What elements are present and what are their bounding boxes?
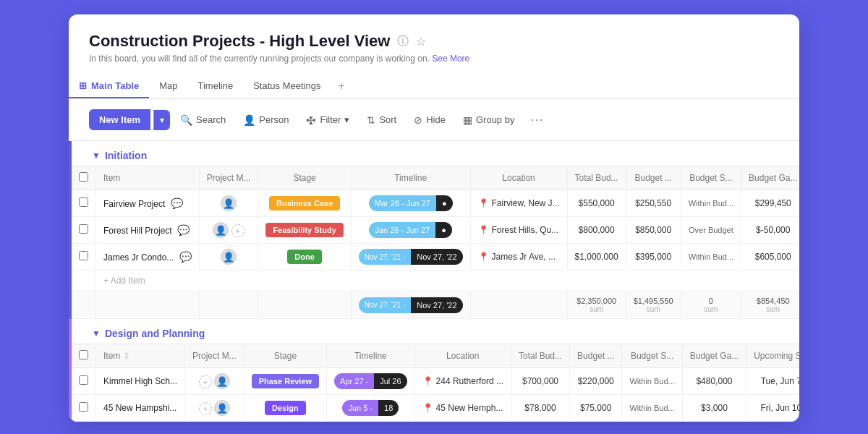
design-table-wrapper: Item ⇕ Project M... Stage Timeline Locat… xyxy=(72,344,799,422)
add-item-cell[interactable]: + Add Item xyxy=(96,271,800,292)
col-timeline: Timeline xyxy=(327,344,415,368)
item-name: Forest Hill Project xyxy=(103,226,172,236)
filter-button[interactable]: ⧾ Filter ▾ xyxy=(299,110,357,130)
col-budget2: Budget ... xyxy=(626,166,681,190)
stage-cell: Done xyxy=(258,244,351,271)
page-title: Construction Projects - High Level View xyxy=(89,32,390,51)
select-all-checkbox[interactable] xyxy=(79,350,88,359)
budget-status-cell: Within Bud... xyxy=(681,244,741,271)
row-checkbox-cell xyxy=(72,190,96,217)
budget2-cell: $850,000 xyxy=(626,217,681,244)
location-cell: 📍 45 New Hemph... xyxy=(414,395,511,422)
timeline-cell: Mar 28 - Jun 27 ● xyxy=(351,190,470,217)
avatar[interactable]: 👤 xyxy=(221,249,237,265)
new-item-button[interactable]: New Item xyxy=(89,109,150,130)
avatar[interactable]: 👤 xyxy=(213,222,229,238)
location-cell: 📍 James Jr Ave, ... xyxy=(470,244,567,271)
location-icon: 📍 xyxy=(422,403,433,413)
stage-cell: Business Case xyxy=(258,190,351,217)
add-person-icon[interactable]: + xyxy=(199,375,212,388)
stage-cell: Feasibility Study xyxy=(258,217,351,244)
table-row: James Jr Condo... 💬 👤 Done Nov 27, '21 - xyxy=(72,244,799,271)
add-person-icon[interactable]: + xyxy=(231,224,244,237)
row-checkbox[interactable] xyxy=(79,375,88,385)
item-cell: Forest Hill Project 💬 xyxy=(96,217,200,244)
chevron-down-icon: ▼ xyxy=(92,328,101,339)
location-icon: 📍 xyxy=(478,225,489,235)
avatar[interactable]: 👤 xyxy=(221,195,237,211)
sum-timeline: Nov 27, '21 - Nov 27, '22 xyxy=(359,297,463,313)
sort-button[interactable]: ⇅ Sort xyxy=(359,110,404,130)
tab-add[interactable]: + xyxy=(331,74,352,98)
location-text: Fairview, New J... xyxy=(492,198,560,208)
budget-gap-cell: $605,000 xyxy=(741,244,799,271)
filter-icon: ⧾ xyxy=(306,114,316,126)
stage-badge: Feasibility Study xyxy=(265,223,343,237)
new-item-chevron[interactable]: ▾ xyxy=(153,110,170,130)
timeline-right: ● xyxy=(436,195,453,211)
design-section: ▼ Design and Planning Item ⇕ Project M..… xyxy=(69,319,799,422)
timeline-cell: Apr 27 - Jul 26 xyxy=(327,368,415,395)
message-icon[interactable]: 💬 xyxy=(179,251,192,263)
total-budget-cell: $78,000 xyxy=(511,395,569,422)
avatar[interactable]: 👤 xyxy=(214,373,230,389)
col-total-budget: Total Bud... xyxy=(567,166,626,190)
add-item-row[interactable]: + Add Item xyxy=(72,271,799,292)
tab-timeline[interactable]: Timeline xyxy=(188,75,244,98)
item-name: James Jr Condo... xyxy=(103,252,174,263)
location-cell: 📍 Fairview, New J... xyxy=(470,190,567,217)
star-icon[interactable]: ☆ xyxy=(416,35,426,48)
timeline-cell: Jun 5 - 18 xyxy=(327,395,415,422)
project-m-cell: 👤 xyxy=(199,190,258,217)
upcoming-cell: Fri, Jun 10 xyxy=(746,395,799,422)
initiation-header[interactable]: ▼ Initiation xyxy=(72,141,799,166)
item-cell: 45 New Hampshi... xyxy=(96,395,185,422)
project-m-cell: 👤 + xyxy=(199,217,258,244)
toolbar: New Item ▾ 🔍 Search 👤 Person ⧾ Filter ▾ … xyxy=(69,99,799,141)
design-header[interactable]: ▼ Design and Planning xyxy=(72,319,799,344)
timeline-pill: Jan 26 - Jun 27 ● xyxy=(369,222,452,238)
col-project-m: Project M... xyxy=(185,344,244,368)
sum-row: Nov 27, '21 - Nov 27, '22 $2,350,000sum … xyxy=(72,292,799,319)
resize-handle[interactable]: ⇕ xyxy=(123,351,130,361)
person-button[interactable]: 👤 Person xyxy=(236,110,296,130)
tab-map[interactable]: Map xyxy=(149,75,187,98)
table-row: Kimmel High Sch... + 👤 Phase Review Apr … xyxy=(72,368,799,395)
row-checkbox[interactable] xyxy=(79,251,88,260)
search-icon: 🔍 xyxy=(180,114,192,126)
info-icon[interactable]: ⓘ xyxy=(397,34,409,49)
tab-main-table[interactable]: ⊞ Main Table xyxy=(69,75,149,98)
budget-status-cell: Over Budget xyxy=(681,217,741,244)
sum-total-budget: $2,350,000sum xyxy=(567,292,626,319)
tab-status-meetings[interactable]: Status Meetings xyxy=(243,75,331,98)
sum-timeline-right: Nov 27, '22 xyxy=(411,297,462,313)
design-table: Item ⇕ Project M... Stage Timeline Locat… xyxy=(72,344,799,422)
row-checkbox[interactable] xyxy=(79,224,88,234)
col-item: Item xyxy=(96,166,200,190)
row-checkbox[interactable] xyxy=(79,402,88,412)
row-checkbox[interactable] xyxy=(79,197,88,207)
select-all-checkbox[interactable] xyxy=(79,172,88,182)
location-text: James Jr Ave, ... xyxy=(492,252,556,262)
sort-icon: ⇅ xyxy=(367,114,375,126)
title-row: Construction Projects - High Level View … xyxy=(89,32,779,51)
table-row: 45 New Hampshi... + 👤 Design Jun 5 - xyxy=(72,395,799,422)
add-person-icon[interactable]: + xyxy=(199,402,212,415)
header-area: Construction Projects - High Level View … xyxy=(69,32,799,64)
group-by-button[interactable]: ▦ Group by xyxy=(456,110,522,130)
stage-badge: Phase Review xyxy=(252,374,319,388)
col-project-m: Project M... xyxy=(199,166,258,190)
more-button[interactable]: ··· xyxy=(524,108,549,132)
message-icon[interactable]: 💬 xyxy=(177,224,190,236)
project-m-cell: 👤 xyxy=(199,244,258,271)
message-icon[interactable]: 💬 xyxy=(171,197,183,209)
stage-badge: Design xyxy=(265,401,306,415)
sum-budget-gap: $854,450sum xyxy=(741,292,799,319)
budget-gap-cell: $3,000 xyxy=(682,395,746,422)
search-button[interactable]: 🔍 Search xyxy=(173,110,233,130)
avatar[interactable]: 👤 xyxy=(214,400,230,416)
timeline-right: Jul 26 xyxy=(374,373,407,389)
item-cell: Fairview Project 💬 xyxy=(96,190,200,217)
see-more-link[interactable]: See More xyxy=(432,54,469,64)
hide-button[interactable]: ⊘ Hide xyxy=(407,110,453,130)
